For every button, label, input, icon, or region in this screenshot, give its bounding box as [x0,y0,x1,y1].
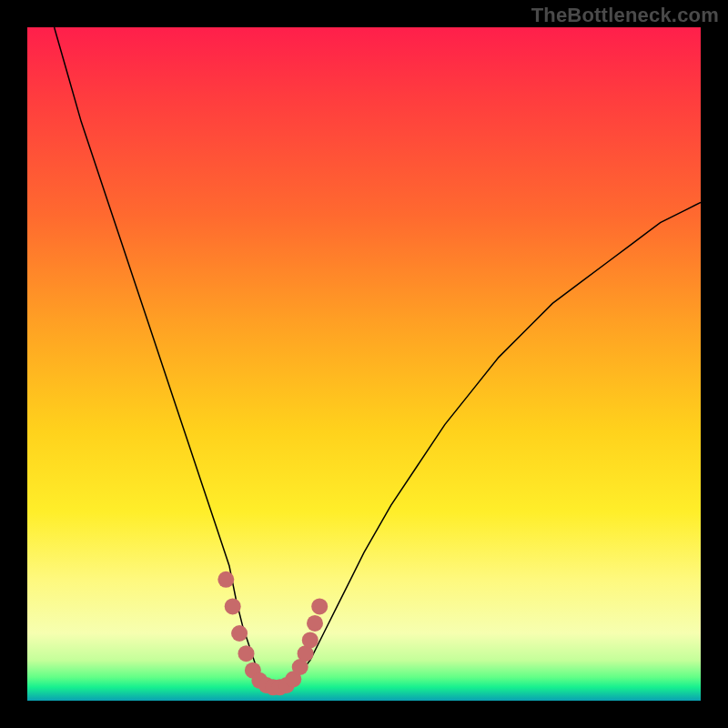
chart-frame: TheBottleneck.com [0,0,728,728]
marker-dot [311,598,328,614]
marker-dot [231,625,248,642]
marker-dot [302,632,318,648]
marker-dot [225,598,241,614]
bottleneck-curve [55,27,701,687]
marker-dot [217,571,234,588]
marker-dot [238,645,255,662]
watermark-text: TheBottleneck.com [531,4,719,27]
curve-layer [27,27,701,701]
plot-area [27,27,701,701]
marker-dot [307,615,323,632]
